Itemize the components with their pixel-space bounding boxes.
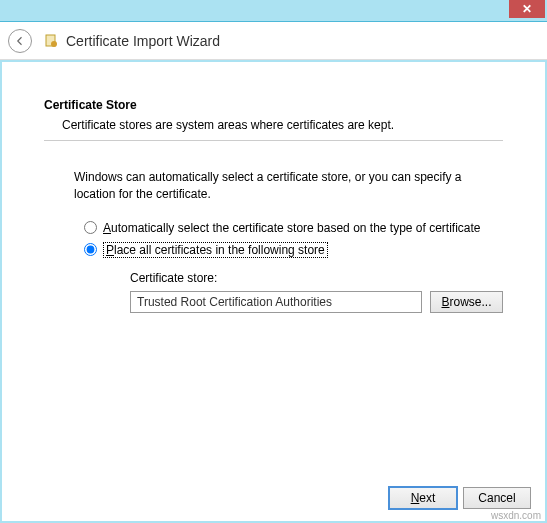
cancel-button[interactable]: Cancel: [463, 487, 531, 509]
radio-auto-select[interactable]: [84, 221, 97, 234]
wizard-footer: Next Cancel: [2, 475, 545, 521]
titlebar: ✕: [0, 0, 547, 22]
back-arrow-icon: [14, 35, 26, 47]
radio-auto-label[interactable]: Automatically select the certificate sto…: [103, 221, 481, 235]
certificate-store-input[interactable]: [130, 291, 422, 313]
watermark: wsxdn.com: [491, 510, 541, 521]
close-icon: ✕: [522, 2, 532, 16]
next-button[interactable]: Next: [389, 487, 457, 509]
radio-auto-row: Automatically select the certificate sto…: [84, 221, 503, 235]
divider: [44, 140, 503, 141]
close-button[interactable]: ✕: [509, 0, 545, 18]
certificate-store-label: Certificate store:: [130, 271, 503, 285]
certificate-wizard-icon: [42, 32, 60, 50]
instruction-text: Windows can automatically select a certi…: [74, 169, 483, 203]
wizard-page: Certificate Store Certificate stores are…: [2, 62, 545, 521]
radio-place-label[interactable]: Place all certificates in the following …: [103, 243, 328, 257]
section-description: Certificate stores are system areas wher…: [62, 118, 503, 132]
radio-place-row: Place all certificates in the following …: [84, 243, 503, 257]
wizard-header: Certificate Import Wizard: [0, 22, 547, 60]
browse-button[interactable]: Browse...: [430, 291, 503, 313]
section-title: Certificate Store: [44, 98, 503, 112]
wizard-title: Certificate Import Wizard: [66, 33, 220, 49]
back-button[interactable]: [8, 29, 32, 53]
svg-point-1: [51, 41, 57, 47]
radio-place-all[interactable]: [84, 243, 97, 256]
